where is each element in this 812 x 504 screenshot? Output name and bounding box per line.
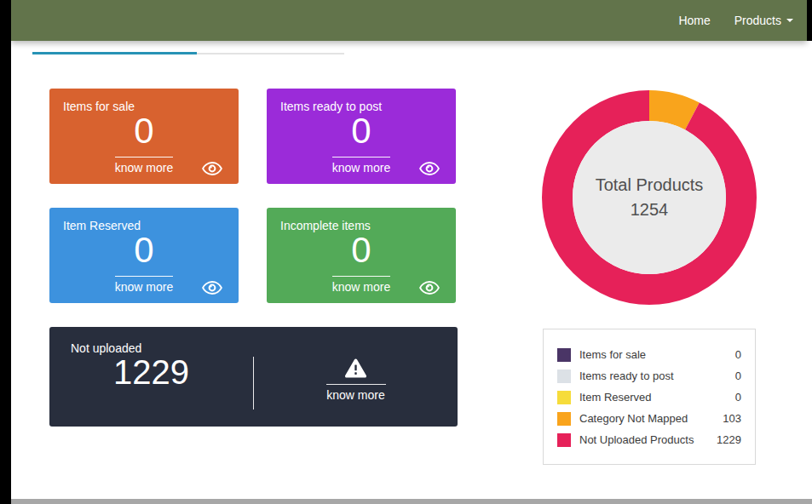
legend-value: 103 xyxy=(723,412,741,425)
nav-products-link[interactable]: Products xyxy=(734,14,793,27)
legend-row: Category Not Mapped 103 xyxy=(557,408,741,429)
card-value: 0 xyxy=(49,111,239,152)
stat-card-items-for-sale[interactable]: Items for sale 0 know more xyxy=(49,89,239,184)
legend-value: 0 xyxy=(735,369,741,382)
warning-icon xyxy=(344,358,367,378)
legend-swatch xyxy=(557,412,571,426)
card-value: 1229 xyxy=(49,353,253,392)
legend-swatch xyxy=(557,391,571,404)
donut-center-value: 1254 xyxy=(631,198,669,222)
chart-legend: Items for sale 0 Items ready to post 0 I… xyxy=(543,329,756,465)
stat-card-items-ready-to-post[interactable]: Items ready to post 0 know more xyxy=(267,89,456,184)
legend-label: Item Reserved xyxy=(579,391,735,404)
legend-swatch xyxy=(557,433,571,447)
stat-card-incomplete-items[interactable]: Incomplete items 0 know more xyxy=(267,208,456,303)
legend-row: Items ready to post 0 xyxy=(557,365,741,387)
stat-card-item-reserved[interactable]: Item Reserved 0 know more xyxy=(49,208,239,303)
legend-label: Not Uploaded Products xyxy=(579,433,717,446)
legend-value: 1229 xyxy=(717,433,741,446)
tab-indicator-inactive[interactable] xyxy=(197,53,344,54)
horizontal-scrollbar[interactable] xyxy=(11,499,812,504)
legend-label: Items for sale xyxy=(579,348,735,361)
nav-products-label: Products xyxy=(734,14,781,27)
card-divider xyxy=(115,276,173,277)
legend-row: Not Uploaded Products 1229 xyxy=(557,429,741,450)
right-black-border xyxy=(807,0,812,41)
legend-row: Items for sale 0 xyxy=(557,344,741,365)
card-divider xyxy=(332,157,390,158)
donut-chart: Total Products 1254 xyxy=(542,90,757,305)
card-value: 0 xyxy=(267,230,456,271)
eye-icon[interactable] xyxy=(201,161,223,176)
legend-row: Item Reserved 0 xyxy=(557,387,741,408)
card-divider xyxy=(332,276,390,277)
card-divider xyxy=(326,384,386,385)
navbar: Home Products xyxy=(11,0,807,41)
eye-icon[interactable] xyxy=(418,280,441,295)
legend-swatch xyxy=(557,369,571,383)
eye-icon[interactable] xyxy=(418,161,441,176)
eye-icon[interactable] xyxy=(201,280,223,295)
legend-label: Category Not Mapped xyxy=(579,412,723,425)
donut-center-label: Total Products xyxy=(596,173,704,198)
not-uploaded-card[interactable]: Not uploaded 1229 know more xyxy=(49,327,458,427)
caret-down-icon xyxy=(786,19,793,22)
legend-swatch xyxy=(557,348,571,362)
nav-home-link[interactable]: Home xyxy=(678,14,710,27)
dashboard-screen: Home Products Items for sale 0 know more… xyxy=(0,0,812,504)
know-more-link[interactable]: know more xyxy=(326,388,384,402)
tab-indicator-active[interactable] xyxy=(32,52,197,54)
left-black-border xyxy=(0,0,11,504)
legend-label: Items ready to post xyxy=(579,369,735,382)
donut-center-text: Total Products 1254 xyxy=(542,90,757,305)
legend-value: 0 xyxy=(735,391,741,404)
legend-value: 0 xyxy=(735,348,741,361)
card-value: 0 xyxy=(267,111,456,152)
card-value: 0 xyxy=(49,230,239,271)
card-divider xyxy=(115,157,173,158)
